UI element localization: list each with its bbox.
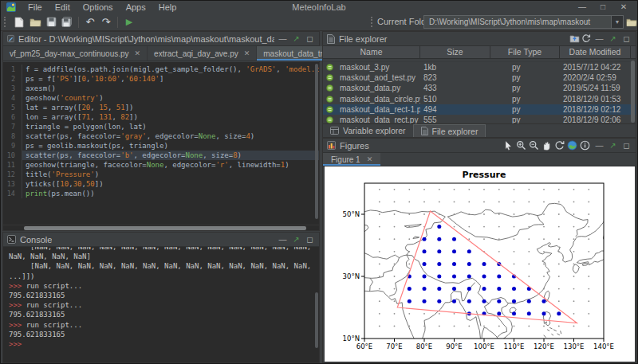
- figures-title: Figures: [340, 141, 369, 151]
- tab-file-explorer[interactable]: File explorer: [413, 124, 486, 137]
- open-file-button[interactable]: [27, 15, 43, 29]
- editor-tabbar: vf_pm25_day-max_continuous.py✕extract_aq…: [3, 46, 319, 61]
- file-row[interactable]: maskout_data.py433py2019/5/24 11:59: [323, 83, 636, 93]
- menu-apps[interactable]: Apps: [120, 2, 152, 13]
- column-header[interactable]: Name: [323, 46, 420, 58]
- folder-up-icon[interactable]: [569, 32, 580, 46]
- save-all-button[interactable]: [59, 15, 75, 29]
- editor-minimize-icon[interactable]: —: [278, 33, 288, 45]
- code-text: scatter(ps, facecolor='b', edgecolor=Non…: [22, 151, 319, 160]
- browse-folder-button[interactable]: [626, 16, 637, 27]
- editor-title: Editor - D:\Working\MIScript\Jython\mis\…: [18, 34, 274, 44]
- main-toolbar: ↶ ↷ ▶ Current Folder: D:\Working\MIScrip…: [1, 14, 637, 31]
- info-icon[interactable]: [578, 139, 591, 151]
- pan-tool-icon[interactable]: [540, 139, 553, 151]
- menu-edit[interactable]: Edit: [49, 2, 77, 13]
- console-line: >>> run script...: [9, 282, 319, 292]
- menu-file[interactable]: File: [22, 2, 49, 13]
- file-explorer-title: File explorer: [339, 34, 388, 44]
- file-date-cell: 2018/12/9 01:53: [560, 95, 631, 104]
- console-scrollbar[interactable]: [315, 292, 318, 348]
- editor-float-icon[interactable]: ↗: [291, 33, 301, 45]
- console-line: >>> run script...: [9, 321, 319, 331]
- column-header[interactable]: Size: [420, 46, 490, 58]
- file-explorer-maximize-icon[interactable]: ◻: [621, 33, 632, 45]
- console-maximize-icon[interactable]: ◻: [305, 233, 315, 246]
- console-line: [NaN, NaN, NaN, NaN, NaN, NaN, NaN, NaN,…: [9, 262, 319, 272]
- file-name-cell: maskout_data.py: [323, 84, 420, 92]
- x-tick-label: 130°E: [564, 342, 585, 350]
- editor-tab[interactable]: extract_aqi_day_ave.py✕: [148, 46, 257, 61]
- tab-label: Variable explorer: [343, 126, 406, 135]
- x-tick-label: 70°E: [386, 342, 402, 350]
- current-folder-combobox[interactable]: D:\Working\MIScript\Jython\mis\map\masko…: [423, 15, 624, 29]
- file-size-cell: 823: [420, 73, 490, 82]
- file-name-cell: maskout_data_rect-1.py: [323, 105, 420, 114]
- run-script-button[interactable]: ▶: [121, 15, 137, 29]
- column-header[interactable]: Date Modified: [560, 46, 631, 58]
- code-line: 5lat = array([20, 15, 51]): [3, 103, 319, 112]
- new-file-button[interactable]: [11, 15, 27, 29]
- minimize-button[interactable]: —: [572, 1, 593, 13]
- console-float-icon[interactable]: ↗: [291, 233, 301, 246]
- menu-options[interactable]: Options: [77, 2, 120, 13]
- zoom-in-tool-icon[interactable]: [514, 139, 527, 151]
- line-number: 6: [3, 112, 22, 122]
- file-row[interactable]: maskout_aod_test.py823py2020/2/4 02:59: [323, 72, 636, 83]
- file-table-header[interactable]: NameSizeFile TypeDate Modified: [323, 46, 636, 59]
- save-button[interactable]: [43, 15, 59, 29]
- code-text: print(ps.mean()): [22, 189, 319, 198]
- python-file-icon: [326, 84, 337, 92]
- file-name-cell: maskout_data_rect.py: [323, 115, 420, 123]
- close-icon[interactable]: ✕: [367, 155, 373, 163]
- close-icon[interactable]: ✕: [135, 49, 141, 57]
- file-row[interactable]: maskout_data_rect.py555py2018/12/9 02:06: [323, 115, 636, 123]
- zoom-out-tool-icon[interactable]: [527, 139, 540, 151]
- line-number: 5: [3, 103, 22, 112]
- console-panel: Console — ↗ ◻ [NaN, NaN, NaN, NaN, NaN, …: [2, 232, 320, 363]
- code-editor[interactable]: 1f = addfile(os.path.join(migl.get_sampl…: [3, 62, 319, 225]
- editor-maximize-icon[interactable]: ◻: [305, 33, 315, 45]
- figures-maximize-icon[interactable]: ◻: [621, 139, 632, 152]
- current-folder-value: D:\Working\MIScript\Jython\mis\map\masko…: [429, 18, 590, 26]
- figure-title: Pressure: [463, 170, 506, 180]
- rotate-tool-icon[interactable]: [553, 139, 565, 151]
- file-size-cell: 510: [420, 95, 490, 104]
- x-tick-label: 110°E: [504, 342, 525, 350]
- line-number: 10: [3, 151, 22, 160]
- redo-button[interactable]: ↷: [98, 15, 114, 29]
- maximize-button[interactable]: □: [593, 1, 613, 13]
- tab-variable-explorer[interactable]: Variable explorer: [323, 124, 413, 137]
- chevron-down-icon[interactable]: ▼: [611, 16, 623, 28]
- scrollbar-thumb[interactable]: [24, 226, 306, 230]
- editor-horizontal-scrollbar[interactable]: [3, 225, 319, 230]
- refresh-icon[interactable]: [581, 32, 591, 46]
- close-button[interactable]: ✕: [613, 1, 634, 13]
- close-icon[interactable]: ✕: [244, 49, 250, 57]
- file-row[interactable]: maskout_data_rect-1.py494py2018/12/9 02:…: [323, 104, 636, 115]
- file-row[interactable]: maskout_data_circle.py510py2018/12/9 01:…: [323, 94, 636, 104]
- file-explorer-scrollbar[interactable]: [631, 61, 635, 123]
- figures-float-icon[interactable]: ↗: [608, 139, 618, 152]
- undo-button[interactable]: ↶: [82, 15, 98, 29]
- figure-canvas[interactable]: Pressure60°E70°E80°E90°E100°E110°E120°E1…: [325, 166, 635, 362]
- editor-vertical-scrollbar[interactable]: [315, 64, 318, 219]
- pointer-tool-icon[interactable]: [502, 139, 514, 151]
- file-row[interactable]: maskout_3.py1kbpy2015/7/12 04:22: [323, 62, 636, 72]
- pressure-map: Pressure60°E70°E80°E90°E100°E110°E120°E1…: [325, 166, 635, 362]
- console-output[interactable]: [NaN, NaN, NaN, NaN, NaN, NaN, NaN, NaN,…: [3, 247, 319, 362]
- figure-tab[interactable]: Figure 1 ✕: [323, 153, 380, 166]
- code-line: 8scatter(ps, facecolor='gray', edgecolor…: [3, 131, 319, 141]
- file-explorer-float-icon[interactable]: ↗: [608, 33, 618, 45]
- file-date-cell: 2015/7/12 04:22: [560, 63, 631, 72]
- file-name-cell: maskout_3.py: [323, 63, 420, 72]
- file-name-cell: maskout_aod_test.py: [323, 73, 420, 82]
- editor-tab[interactable]: vf_pm25_day-max_continuous.py✕: [3, 46, 148, 61]
- column-header[interactable]: File Type: [490, 46, 560, 58]
- menu-help[interactable]: Help: [152, 2, 183, 13]
- globe-tool-icon[interactable]: [565, 139, 578, 151]
- editor-icon: [7, 34, 14, 43]
- file-explorer-minimize-icon[interactable]: —: [594, 33, 605, 45]
- console-minimize-icon[interactable]: —: [278, 233, 288, 246]
- figures-minimize-icon[interactable]: —: [594, 139, 605, 152]
